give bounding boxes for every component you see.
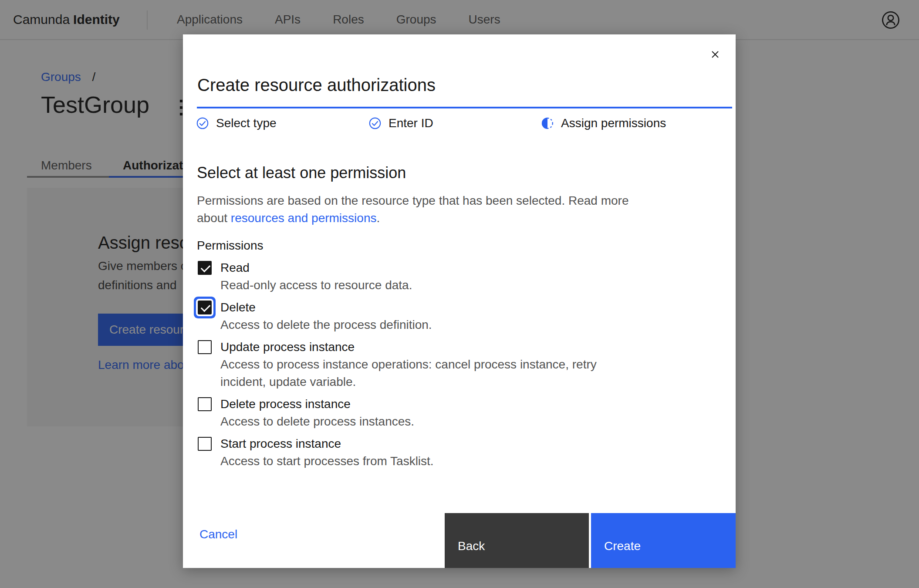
permission-row-update-process-instance: Update process instance Access to proces…: [198, 338, 677, 391]
description-period: .: [376, 211, 380, 225]
check-circle-icon: [196, 117, 209, 130]
close-button[interactable]: [706, 45, 725, 64]
permission-description: Access to delete the process definition.: [220, 316, 432, 334]
progress-steps: Select type Enter ID Assign permissions: [196, 116, 713, 130]
permission-label[interactable]: Start process instance: [220, 435, 434, 453]
step-label: Enter ID: [389, 116, 433, 130]
delete-process-instance-checkbox[interactable]: [198, 397, 212, 411]
permissions-group-label: Permissions: [197, 238, 263, 253]
permission-label[interactable]: Update process instance: [220, 338, 630, 356]
check-circle-icon: [368, 117, 382, 130]
permission-description: Access to start processes from Tasklist.: [220, 453, 434, 470]
modal-title: Create resource authorizations: [197, 74, 436, 95]
step-label: Select type: [216, 116, 277, 130]
permission-row-delete-process-instance: Delete process instance Access to delete…: [198, 395, 677, 430]
step-label: Assign permissions: [561, 116, 666, 130]
half-filled-circle-icon: [541, 117, 554, 130]
permissions-list: Read Read-only access to resource data. …: [198, 259, 677, 475]
modal-section-heading: Select at least one permission: [197, 163, 406, 182]
permission-row-start-process-instance: Start process instance Access to start p…: [198, 435, 677, 470]
modal-description: Permissions are based on the resource ty…: [197, 192, 650, 227]
start-process-instance-checkbox[interactable]: [198, 437, 212, 451]
resources-permissions-link[interactable]: resources and permissions: [231, 211, 377, 225]
permission-label[interactable]: Delete: [220, 299, 432, 316]
step-select-type[interactable]: Select type: [196, 116, 368, 130]
modal-footer: Cancel Back Create: [183, 513, 736, 568]
step-enter-id[interactable]: Enter ID: [368, 116, 541, 130]
permission-row-delete: Delete Access to delete the process defi…: [198, 299, 677, 334]
step-assign-permissions[interactable]: Assign permissions: [541, 116, 713, 130]
read-checkbox[interactable]: [198, 261, 212, 275]
back-button[interactable]: Back: [445, 513, 589, 568]
close-icon: [709, 48, 721, 61]
delete-checkbox[interactable]: [198, 301, 212, 314]
permission-description: Access to process instance operations: c…: [220, 356, 630, 391]
permission-label[interactable]: Delete process instance: [220, 395, 414, 413]
permission-description: Read-only access to resource data.: [220, 277, 412, 294]
progress-indicator-line: [197, 107, 732, 108]
permission-row-read: Read Read-only access to resource data.: [198, 259, 677, 294]
permission-description: Access to delete process instances.: [220, 413, 414, 430]
cancel-link[interactable]: Cancel: [199, 527, 237, 542]
create-resource-authorizations-modal: Create resource authorizations Select ty…: [183, 34, 736, 568]
permission-label[interactable]: Read: [220, 259, 412, 277]
update-process-instance-checkbox[interactable]: [198, 340, 212, 354]
create-button[interactable]: Create: [591, 513, 736, 568]
